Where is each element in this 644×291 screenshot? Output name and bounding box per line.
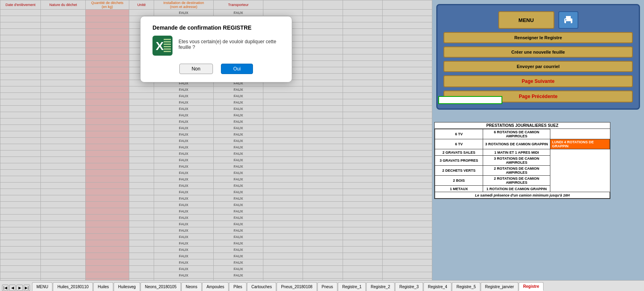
svg-rect-10	[566, 21, 571, 24]
svg-rect-7	[164, 51, 171, 52]
confirmation-dialog: Demande de confirmation REGISTRE X Etes …	[140, 16, 292, 82]
tab-pneus-20180108[interactable]: Pneus_20180108	[277, 282, 317, 291]
tab-pneus[interactable]: Pneus	[317, 282, 337, 291]
svg-text:X: X	[156, 39, 164, 52]
dialog-overlay: Demande de confirmation REGISTRE X Etes …	[0, 0, 432, 280]
dialog-content: X Etes vous certain(e) de vouloir dupliq…	[152, 36, 280, 56]
search-input[interactable]	[438, 96, 502, 104]
excel-icon: X	[152, 36, 173, 56]
tab-registre-janvier[interactable]: Registre_janvier	[481, 282, 518, 291]
tab-registre-5[interactable]: Registre_5	[452, 282, 480, 291]
tab-nav-left-end[interactable]: |◀	[2, 285, 8, 291]
prestations-title: PRESTATIONS JOURNALIERES SUEZ	[435, 122, 610, 129]
svg-rect-9	[566, 16, 571, 19]
tab-neons[interactable]: Neons	[181, 282, 202, 291]
prestations-footer-row: Le samedi présence d'un camion minimum j…	[435, 192, 610, 199]
svg-rect-2	[164, 39, 171, 40]
prestations-container: PRESTATIONS JOURNALIERES SUEZ 6 TV6 ROTA…	[434, 122, 610, 199]
prestations-row: 2 GRAVATS SALES1 MATIN ET 1 APRES MIDI	[435, 149, 610, 156]
tab-nav-right-end[interactable]: ▶|	[24, 285, 30, 291]
tab-registre-4[interactable]: Registre_4	[423, 282, 451, 291]
envoyer-courriel-button[interactable]: Envoyer par courriel	[443, 61, 633, 72]
tab-nav-left[interactable]: ◀	[9, 285, 16, 291]
prestations-row: 3 GRAVATS PROPRES3 ROTATIONS DE CAMION A…	[435, 156, 610, 166]
tab-registre[interactable]: Registre	[519, 282, 544, 291]
svg-rect-6	[164, 48, 171, 50]
tab-menu[interactable]: MENU	[32, 282, 52, 291]
tab-bar: |◀ ◀ ▶ ▶| MENUHuiles_20180110HuilesHuile…	[0, 280, 644, 291]
prestations-row: 6 TV6 ROTATIONS DE CAMION AMPIROLES	[435, 129, 610, 139]
svg-rect-11	[565, 19, 566, 20]
tab-piles[interactable]: Piles	[229, 282, 247, 291]
prestations-body: 6 TV6 ROTATIONS DE CAMION AMPIROLES6 TV3…	[435, 129, 610, 199]
prestations-row: 2 DECHETS VERTS2 ROTATIONS DE CAMION AMP…	[435, 166, 610, 176]
prestations-row: 6 TV3 ROTATIONS DE CAMION GRAPPINLUNDI 4…	[435, 139, 610, 149]
dialog-buttons: Non Oui	[152, 64, 280, 74]
tab-registre-2[interactable]: Registre_2	[366, 282, 394, 291]
svg-rect-4	[164, 44, 171, 45]
prestations-row: 1 METAUX1 ROTATION DE CAMION GRAPPIN	[435, 186, 610, 192]
page-suivante-button[interactable]: Page Suivante	[443, 75, 633, 87]
tab-cartouches[interactable]: Cartouches	[247, 282, 276, 291]
print-button[interactable]	[558, 11, 578, 29]
tab-huiles-20180110[interactable]: Huiles_20180110	[53, 282, 93, 291]
tab-huilesveg[interactable]: Huilesveg	[114, 282, 140, 291]
creer-feuille-button[interactable]: Créer une nouvelle feuille	[443, 46, 633, 58]
svg-rect-5	[164, 46, 171, 47]
svg-rect-3	[164, 41, 171, 42]
prestations-table: 6 TV6 ROTATIONS DE CAMION AMPIROLES6 TV3…	[435, 129, 610, 199]
print-icon	[563, 14, 574, 26]
tab-nav-right[interactable]: ▶	[16, 285, 23, 291]
top-buttons-row: MENU	[443, 11, 633, 29]
non-button[interactable]: Non	[179, 64, 213, 74]
renseigner-registre-button[interactable]: Renseigner le Registre	[443, 32, 633, 43]
tab-registre-3[interactable]: Registre_3	[395, 282, 423, 291]
menu-button[interactable]: MENU	[498, 11, 554, 29]
dialog-message: Etes vous certain(e) de vouloir duplique…	[179, 36, 280, 50]
tab-navigation: |◀ ◀ ▶ ▶|	[0, 285, 32, 291]
control-panel: MENU Renseigner le Registre Créer une no…	[436, 4, 640, 110]
tabs-container: MENUHuiles_20180110HuilesHuilesvegNeons_…	[32, 282, 544, 291]
dialog-title: Demande de confirmation REGISTRE	[152, 24, 280, 31]
oui-button[interactable]: Oui	[221, 64, 253, 74]
tab-huiles[interactable]: Huiles	[93, 282, 113, 291]
prestations-row: 2 BOIS2 ROTATIONS DE CAMION AMPIROLES	[435, 176, 610, 186]
tab-ampoules[interactable]: Ampoules	[202, 282, 229, 291]
tab-neons-20180105[interactable]: Neons_20180105	[140, 282, 181, 291]
tab-registre-1[interactable]: Registre_1	[338, 282, 366, 291]
